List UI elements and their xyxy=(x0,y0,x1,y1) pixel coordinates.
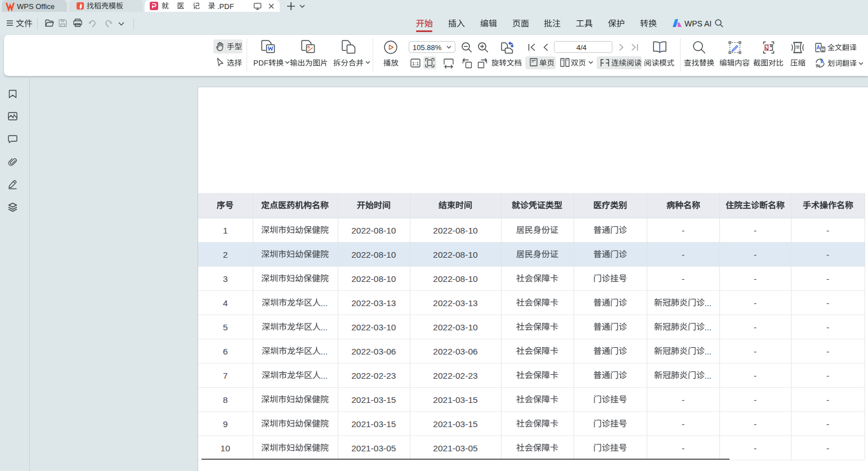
svg-text:1:1: 1:1 xyxy=(412,61,419,66)
